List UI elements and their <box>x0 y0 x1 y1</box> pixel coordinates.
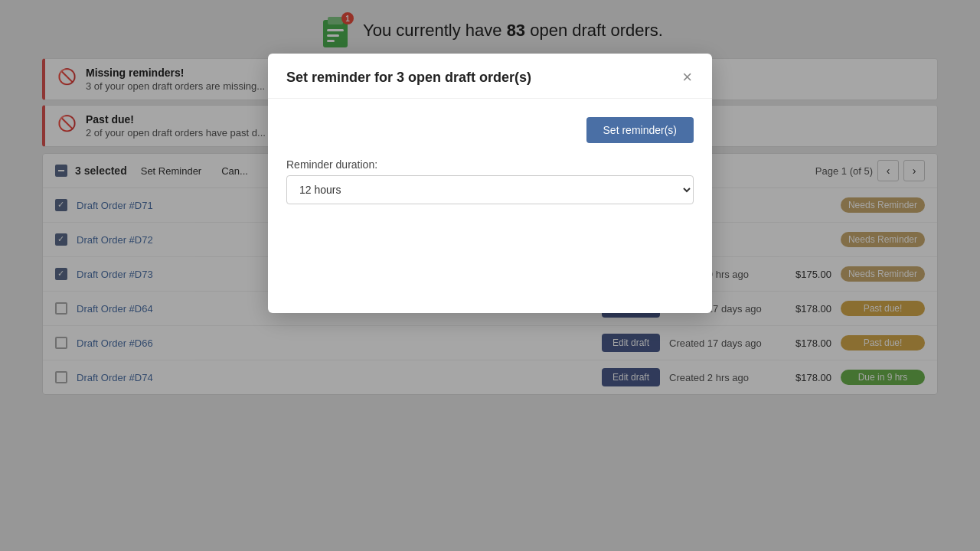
modal-close-button[interactable]: × <box>681 69 694 86</box>
reminder-duration-field: Reminder duration: 1 hour2 hours4 hours6… <box>286 158 694 204</box>
modal-body: Set reminder(s) Reminder duration: 1 hou… <box>268 99 712 313</box>
modal-actions: Set reminder(s) <box>286 117 694 143</box>
modal-header: Set reminder for 3 open draft order(s) × <box>268 54 712 99</box>
set-reminders-button[interactable]: Set reminder(s) <box>586 117 694 143</box>
modal-title: Set reminder for 3 open draft order(s) <box>286 70 531 86</box>
modal-overlay: Set reminder for 3 open draft order(s) ×… <box>0 0 980 551</box>
reminder-duration-select[interactable]: 1 hour2 hours4 hours6 hours8 hours12 hou… <box>286 175 694 204</box>
set-reminder-modal: Set reminder for 3 open draft order(s) ×… <box>268 54 712 313</box>
reminder-duration-label: Reminder duration: <box>286 158 694 171</box>
